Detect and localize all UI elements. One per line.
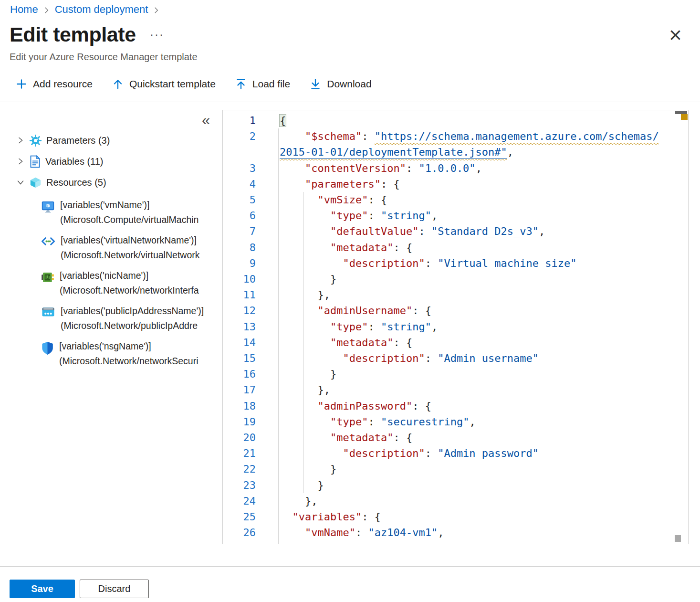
indent-guide — [303, 303, 304, 318]
collapse-panel-icon[interactable]: « — [202, 113, 210, 127]
tree-resource-item[interactable]: [variables('vmName')](Microsoft.Compute/… — [0, 198, 222, 227]
code-row: 10 } — [223, 271, 675, 287]
code-row: 4 "parameters": { — [223, 176, 675, 192]
resource-text: [variables('nicName')](Microsoft.Network… — [60, 268, 222, 297]
code-line[interactable]: "type": "string", — [278, 208, 675, 223]
code-line[interactable]: }, — [278, 493, 675, 509]
code-token: "Admin password" — [438, 447, 539, 459]
breadcrumb-link[interactable]: Home — [10, 3, 38, 16]
code-line[interactable]: "adminUsername": { — [278, 303, 675, 318]
code-token — [280, 416, 330, 428]
tree-resource-item[interactable]: [variables('nsgName')](Microsoft.Network… — [0, 339, 222, 368]
code-line[interactable]: "type": "securestring", — [278, 414, 675, 430]
code-token: , — [539, 225, 545, 237]
code-line[interactable]: "nicName": "az104-nic0", — [278, 540, 675, 544]
add-resource-button[interactable]: Add resource — [15, 78, 93, 90]
indent-guide — [278, 382, 279, 398]
code-line[interactable]: } — [278, 366, 675, 382]
code-token: }, — [317, 384, 330, 396]
code-line[interactable]: } — [278, 461, 675, 477]
code-token: } — [317, 479, 324, 491]
code-line[interactable]: "vmSize": { — [278, 192, 675, 208]
load-file-button[interactable]: Load file — [235, 78, 290, 90]
code-line[interactable]: { — [278, 113, 675, 128]
code-line[interactable]: "$schema": "https://schema.management.az… — [278, 128, 675, 144]
code-line[interactable]: "description": "Virtual machine size" — [278, 255, 675, 271]
code-token: : — [406, 162, 419, 174]
indent-guide — [278, 160, 279, 176]
code-token: "defaultValue" — [330, 225, 418, 237]
tree-resource-item[interactable]: [variables('nicName')](Microsoft.Network… — [0, 268, 222, 297]
code-token: "Admin username" — [438, 352, 539, 364]
overview-warning-marker — [681, 114, 688, 120]
code-token — [280, 495, 305, 507]
code-token: "adminPassword" — [317, 400, 412, 412]
code-line[interactable]: } — [278, 271, 675, 287]
tree-resource-item[interactable]: [variables('publicIpAddressName')](Micro… — [0, 304, 222, 333]
breadcrumb-link[interactable]: Custom deployment — [55, 3, 148, 16]
virtual-machine-icon — [41, 200, 55, 214]
save-button[interactable]: Save — [10, 580, 75, 598]
chevron-right-icon[interactable] — [16, 157, 25, 166]
more-menu-button[interactable]: ··· — [150, 28, 164, 41]
download-button[interactable]: Download — [309, 78, 371, 90]
indent-guide — [278, 240, 279, 255]
schema-url-link[interactable]: "https://schema.management.azure.com/sch… — [375, 130, 659, 142]
code-line[interactable]: "parameters": { — [278, 176, 675, 192]
indent-guide — [278, 176, 279, 192]
schema-url-link[interactable]: 2015-01-01/deploymentTemplate.json#" — [280, 146, 507, 158]
code-row: 6 "type": "string", — [223, 208, 675, 223]
indent-guide — [278, 319, 279, 335]
code-line[interactable]: "type": "string", — [278, 319, 675, 335]
chevron-down-icon[interactable] — [16, 178, 25, 187]
code-line[interactable]: 2015-01-01/deploymentTemplate.json#", — [278, 144, 675, 160]
code-line[interactable]: "description": "Admin username" — [278, 350, 675, 366]
code-line[interactable]: "description": "Admin password" — [278, 445, 675, 461]
code-line[interactable]: "variables": { — [278, 509, 675, 525]
breadcrumb-chevron-icon — [153, 7, 160, 14]
indent-guide — [303, 271, 304, 287]
resource-text: [variables('vmName')](Microsoft.Compute/… — [60, 198, 222, 227]
code-line[interactable]: "defaultValue": "Standard_D2s_v3", — [278, 223, 675, 239]
code-line[interactable]: "metadata": { — [278, 430, 675, 445]
close-icon[interactable]: × — [669, 24, 682, 46]
code-token — [280, 527, 305, 539]
resource-type: (Microsoft.Network/publicIpAddre — [61, 318, 222, 333]
code-line[interactable]: }, — [278, 382, 675, 398]
code-row: 20 "metadata": { — [223, 430, 675, 445]
code-line[interactable]: "metadata": { — [278, 335, 675, 350]
code-line[interactable]: }, — [278, 287, 675, 303]
code-token: "description" — [343, 257, 425, 269]
line-number: 22 — [223, 461, 278, 477]
tree-section-resources[interactable]: Resources (5) — [0, 172, 222, 193]
tree-section-variables[interactable]: Variables (11) — [0, 151, 222, 172]
tree-resource-item[interactable]: [variables('virtualNetworkName')](Micros… — [0, 233, 222, 262]
tree-section-parameters[interactable]: Parameters (3) — [0, 130, 222, 151]
line-number: 17 — [223, 382, 278, 398]
line-number: 3 — [223, 160, 278, 176]
code-rows: 1{2 "$schema": "https://schema.managemen… — [223, 113, 675, 544]
line-number: 10 — [223, 271, 278, 287]
code-token: : — [355, 527, 368, 539]
discard-button[interactable]: Discard — [80, 580, 149, 598]
code-line[interactable]: "contentVersion": "1.0.0.0", — [278, 160, 675, 176]
code-line[interactable]: "vmName": "az104-vm1", — [278, 525, 675, 540]
chevron-right-icon[interactable] — [16, 136, 25, 145]
code-editor[interactable]: 1{2 "$schema": "https://schema.managemen… — [222, 110, 689, 544]
indent-guide — [278, 414, 279, 430]
quickstart-template-button[interactable]: Quickstart template — [112, 78, 216, 90]
code-line[interactable]: "metadata": { — [278, 240, 675, 255]
code-line[interactable]: "adminPassword": { — [278, 398, 675, 414]
network-interface-icon — [41, 271, 54, 284]
resource-type: (Microsoft.Network/networkSecuri — [59, 354, 222, 369]
code-token: "Virtual machine size" — [438, 257, 576, 269]
scrollbar-thumb[interactable] — [675, 111, 687, 114]
indent-guide — [303, 414, 304, 430]
code-token — [280, 130, 305, 142]
code-line[interactable]: } — [278, 477, 675, 493]
schema-url-warning-squiggle: 2015-01-01/deploymentTemplate.json#" — [280, 146, 507, 158]
code-row: 12 "adminUsername": { — [223, 303, 675, 318]
indent-guide — [303, 477, 304, 493]
line-number: 26 — [223, 525, 278, 540]
indent-guide — [278, 271, 279, 287]
